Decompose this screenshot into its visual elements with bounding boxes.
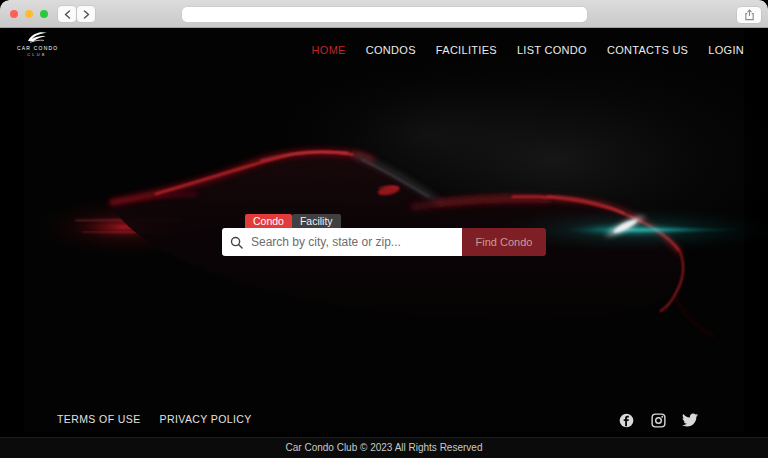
facebook-link[interactable] [618,412,634,428]
browser-back-button[interactable] [58,6,76,22]
zoom-window-button[interactable] [40,10,48,18]
chevron-left-icon [64,10,71,19]
twitter-icon [682,413,698,427]
facebook-icon [619,413,634,428]
nav-item-facilities[interactable]: FACILITIES [436,44,497,56]
nav-item-contacts-us[interactable]: CONTACTS US [607,44,688,56]
minimize-window-button[interactable] [25,10,33,18]
browser-forward-button[interactable] [77,6,95,22]
logo-subtext: CLUB [17,52,57,57]
site-header: CAR CONDO CLUB HOME CONDOS FACILITIES LI… [0,28,768,72]
footer-links: TERMS OF USE PRIVACY POLICY [57,413,252,425]
close-window-button[interactable] [10,10,18,18]
tab-facility[interactable]: Facility [292,214,341,228]
search-bar: Find Condo [222,228,546,256]
share-button[interactable] [737,7,761,23]
nav-item-condos[interactable]: CONDOS [366,44,416,56]
address-bar[interactable] [182,7,587,22]
nav-item-list-condo[interactable]: LIST CONDO [517,44,587,56]
car-logo-icon [24,31,50,44]
terms-of-use-link[interactable]: TERMS OF USE [57,413,141,425]
share-icon [744,9,755,21]
nav-item-login[interactable]: LOGIN [708,44,744,56]
copyright-bar: Car Condo Club © 2023 All Rights Reserve… [0,437,768,458]
twitter-link[interactable] [682,412,698,428]
find-condo-button[interactable]: Find Condo [462,228,546,256]
browser-window: CAR CONDO CLUB HOME CONDOS FACILITIES LI… [0,0,768,458]
chevron-right-icon [83,10,90,19]
instagram-icon [651,413,666,428]
search-input-container [222,228,462,256]
instagram-link[interactable] [650,412,666,428]
privacy-policy-link[interactable]: PRIVACY POLICY [160,413,252,425]
condo-search-module: Condo Facility Find Condo [222,214,546,256]
site-logo[interactable]: CAR CONDO CLUB [17,31,57,57]
search-icon [230,236,243,249]
search-input[interactable] [249,234,454,250]
logo-text: CAR CONDO [17,45,57,51]
main-nav: HOME CONDOS FACILITIES LIST CONDO CONTAC… [312,28,744,72]
social-links [618,412,698,428]
nav-item-home[interactable]: HOME [312,44,346,56]
browser-toolbar [0,0,768,28]
tab-condo[interactable]: Condo [245,214,292,228]
search-tabs: Condo Facility [245,214,546,228]
